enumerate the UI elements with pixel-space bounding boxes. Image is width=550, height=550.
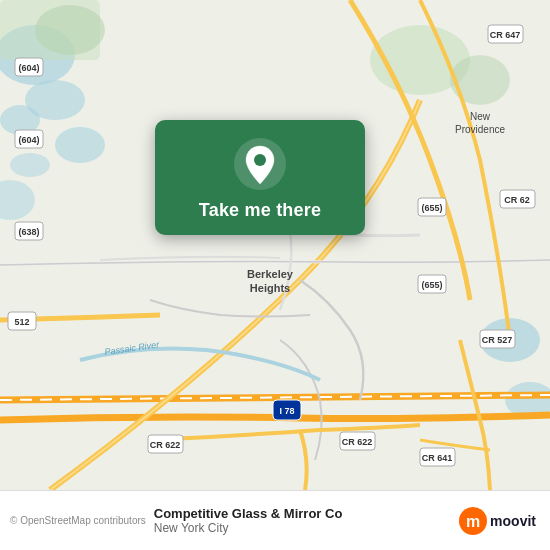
svg-text:CR 527: CR 527 [482, 335, 513, 345]
svg-text:Providence: Providence [455, 124, 505, 135]
bottom-bar: © OpenStreetMap contributors Competitive… [0, 490, 550, 550]
svg-text:(604): (604) [18, 63, 39, 73]
svg-text:Heights: Heights [250, 282, 290, 294]
svg-text:New: New [470, 111, 491, 122]
svg-text:CR 641: CR 641 [422, 453, 453, 463]
svg-text:CR 622: CR 622 [342, 437, 373, 447]
moovit-logo: m moovit [459, 507, 536, 535]
svg-text:CR 647: CR 647 [490, 30, 521, 40]
svg-text:(604): (604) [18, 135, 39, 145]
location-pin-icon [234, 138, 286, 190]
take-me-there-label: Take me there [199, 200, 321, 221]
svg-text:(655): (655) [421, 203, 442, 213]
svg-text:(655): (655) [421, 280, 442, 290]
place-info: Competitive Glass & Mirror Co New York C… [146, 506, 459, 535]
svg-text:I 78: I 78 [279, 406, 294, 416]
svg-point-10 [35, 5, 105, 55]
svg-text:CR 622: CR 622 [150, 440, 181, 450]
moovit-icon: m [459, 507, 487, 535]
map-container[interactable]: Passaic River (604) (604) (638) 512 (655… [0, 0, 550, 490]
moovit-text: moovit [490, 513, 536, 529]
svg-point-5 [10, 153, 50, 177]
take-me-there-card[interactable]: Take me there [155, 120, 365, 235]
svg-text:Berkeley: Berkeley [247, 268, 294, 280]
svg-point-4 [55, 127, 105, 163]
svg-text:m: m [466, 513, 480, 530]
place-name: Competitive Glass & Mirror Co [154, 506, 459, 521]
svg-text:CR 62: CR 62 [504, 195, 530, 205]
attribution: © OpenStreetMap contributors [10, 515, 146, 526]
svg-text:512: 512 [14, 317, 29, 327]
svg-point-47 [254, 154, 266, 166]
place-city: New York City [154, 521, 459, 535]
svg-text:(638): (638) [18, 227, 39, 237]
svg-point-12 [450, 55, 510, 105]
